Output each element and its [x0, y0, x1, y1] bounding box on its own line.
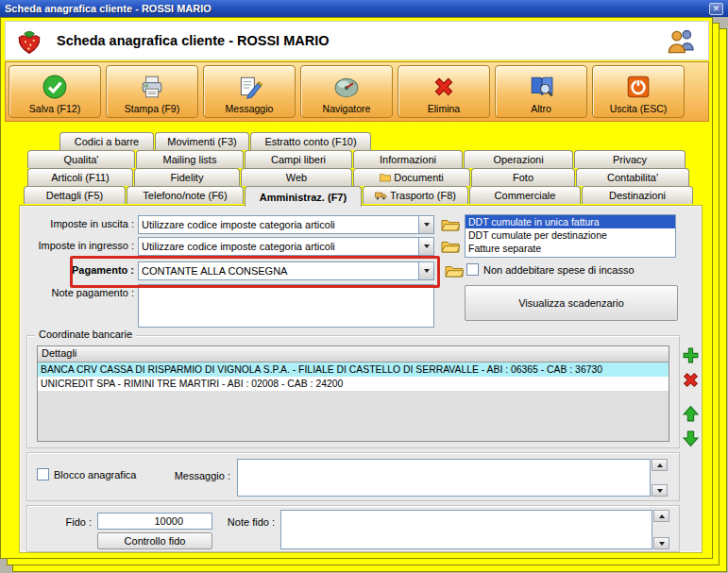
strawberry-icon — [13, 25, 45, 56]
pagamento-lookup-button[interactable] — [444, 262, 465, 279]
bank-row[interactable]: UNICREDIT SPA - RIMINI TRE MARTIRI - ABI… — [38, 377, 669, 391]
checkbox-box[interactable] — [37, 468, 49, 480]
imposte-uscita-lookup-button[interactable] — [440, 216, 461, 233]
scroll-down-icon — [657, 489, 663, 493]
tab-codici-a-barre[interactable]: Codici a barre — [59, 132, 154, 150]
tab-documenti[interactable]: Documenti — [353, 168, 470, 186]
tab-label: Amministraz. (F7) — [260, 192, 347, 203]
tab-foto[interactable]: Foto — [471, 168, 575, 186]
tab-web[interactable]: Web — [241, 168, 352, 186]
open-folder-icon — [441, 218, 460, 232]
bank-table-header[interactable]: Dettagli — [38, 346, 669, 362]
tab-label: Fidelity — [171, 172, 204, 183]
ddt-option[interactable]: DDT cumulate per destinazione — [466, 228, 675, 242]
other-button[interactable]: Altro — [495, 65, 587, 118]
window-header: Scheda anagrafica cliente - ROSSI MARIO — [5, 21, 709, 60]
note-fido-textarea[interactable] — [280, 510, 652, 549]
tab-label: Web — [286, 172, 307, 183]
save-button[interactable]: Salva (F12) — [8, 65, 101, 118]
tab-destinazioni[interactable]: Destinazioni — [582, 186, 693, 204]
fido-input[interactable] — [97, 513, 212, 530]
tab-label: Telefono/note (F6) — [143, 190, 227, 201]
imposte-uscita-combo[interactable]: Utilizzare codice imposte categoria arti… — [138, 215, 434, 234]
add-bank-button[interactable] — [680, 345, 701, 365]
tab-row-4: Dettagli (F5) Telefono/note (F6) Amminis… — [24, 186, 693, 207]
tab-amministraz-active[interactable]: Amministraz. (F7) — [245, 186, 362, 207]
dropdown-button[interactable] — [418, 238, 433, 255]
ddt-option-selected[interactable]: DDT cumulate in unica fattura — [466, 215, 675, 228]
message-button[interactable]: Messaggio — [203, 65, 296, 118]
messaggio-textarea[interactable] — [237, 459, 651, 497]
tab-articoli[interactable]: Articoli (F11) — [27, 168, 133, 186]
pagamento-label: Pagamento : — [21, 264, 134, 276]
pagamento-value: CONTANTE ALLA CONSEGNA — [139, 262, 418, 279]
spese-incasso-checkbox[interactable]: Non addebitare spese di incasso — [466, 263, 635, 276]
tab-privacy[interactable]: Privacy — [574, 150, 686, 168]
delete-button[interactable]: Elimina — [398, 65, 490, 118]
tab-telefono-note[interactable]: Telefono/note (F6) — [127, 186, 244, 204]
messaggio-scroll-up[interactable] — [652, 459, 668, 471]
controllo-fido-button[interactable]: Controllo fido — [97, 532, 212, 549]
message-button-label: Messaggio — [226, 103, 274, 114]
tab-informazioni[interactable]: Informazioni — [353, 150, 463, 168]
tab-contabilita[interactable]: Contabilita' — [576, 168, 689, 186]
tab-label: Codici a barre — [75, 136, 139, 147]
tab-row-1: Codici a barre Movimenti (F3) Estratto c… — [59, 132, 371, 150]
note-pagamento-textarea[interactable] — [138, 284, 434, 328]
fido-label: Fido : — [35, 516, 92, 528]
note-fido-scroll-up[interactable] — [653, 510, 669, 522]
save-button-label: Salva (F12) — [29, 103, 80, 114]
move-bank-down-button[interactable] — [680, 428, 701, 448]
spese-incasso-label: Non addebitare spese di incasso — [483, 264, 635, 276]
customers-people-icon[interactable] — [665, 27, 697, 54]
imposte-ingresso-combo[interactable]: Utilizzare codice imposte categoria arti… — [138, 237, 434, 256]
exit-button[interactable]: Uscita (ESC) — [592, 65, 685, 118]
tab-trasporto[interactable]: Trasporto (F8) — [363, 186, 468, 204]
remove-bank-button[interactable] — [680, 369, 701, 390]
arrow-down-icon — [682, 430, 700, 447]
tab-movimenti[interactable]: Movimenti (F3) — [155, 132, 249, 150]
checkbox-box[interactable] — [466, 263, 479, 276]
ddt-option[interactable]: Fatture separate — [466, 242, 675, 255]
tab-fidelity[interactable]: Fidelity — [134, 168, 240, 186]
open-folder-icon — [441, 240, 460, 254]
tab-label: Estratto conto (F10) — [264, 136, 356, 147]
open-folder-icon — [445, 264, 464, 278]
bank-row-selected[interactable]: BANCA CRV CASSA DI RISPARMIO DI VIGNOLA … — [38, 362, 669, 377]
book-magnifier-icon — [527, 74, 555, 100]
pagamento-combo[interactable]: CONTANTE ALLA CONSEGNA — [138, 261, 434, 280]
navigator-button[interactable]: Navigatore — [300, 65, 393, 118]
tab-label: Contabilita' — [607, 172, 658, 183]
close-icon[interactable]: ✕ — [709, 3, 723, 15]
page-title: Scheda anagrafica cliente - ROSSI MARIO — [57, 33, 329, 48]
messaggio-scroll-down[interactable] — [652, 484, 668, 497]
tab-operazioni[interactable]: Operazioni — [464, 150, 573, 168]
tab-label: Mailing lists — [163, 154, 217, 165]
tab-mailing-lists[interactable]: Mailing lists — [136, 150, 244, 168]
tab-label: Campi liberi — [271, 154, 326, 165]
move-bank-up-button[interactable] — [680, 403, 701, 424]
tab-label: Commerciale — [495, 190, 556, 201]
tab-qualita[interactable]: Qualita' — [27, 150, 135, 168]
message-pencil-icon — [235, 74, 263, 100]
dropdown-button[interactable] — [418, 216, 433, 233]
tab-campi-liberi[interactable]: Campi liberi — [245, 150, 352, 168]
scroll-down-icon — [659, 542, 665, 546]
imposte-ingresso-value: Utilizzare codice imposte categoria arti… — [139, 238, 418, 255]
blocco-anagrafica-checkbox[interactable]: Blocco anagrafica — [37, 468, 136, 480]
print-button[interactable]: Stampa (F9) — [106, 65, 198, 118]
tab-label: Movimenti (F3) — [167, 136, 236, 147]
tab-dettagli[interactable]: Dettagli (F5) — [24, 186, 126, 204]
tab-label: Destinazioni — [609, 190, 666, 201]
coordinate-bancarie-group: Coordinate bancarie Dettagli BANCA CRV C… — [26, 335, 680, 448]
tab-estratto-conto[interactable]: Estratto conto (F10) — [250, 132, 371, 150]
dropdown-button[interactable] — [418, 262, 433, 279]
visualizza-scadenzario-button[interactable]: Visualizza scadenzario — [465, 285, 678, 321]
note-fido-scroll-down[interactable] — [653, 537, 669, 549]
exit-power-icon — [624, 74, 652, 100]
note-pagamento-label: Note pagamento : — [21, 287, 134, 298]
imposte-ingresso-lookup-button[interactable] — [440, 238, 461, 255]
tab-commerciale[interactable]: Commerciale — [469, 186, 581, 204]
scroll-up-icon — [657, 463, 663, 467]
tab-label: Privacy — [613, 154, 647, 165]
